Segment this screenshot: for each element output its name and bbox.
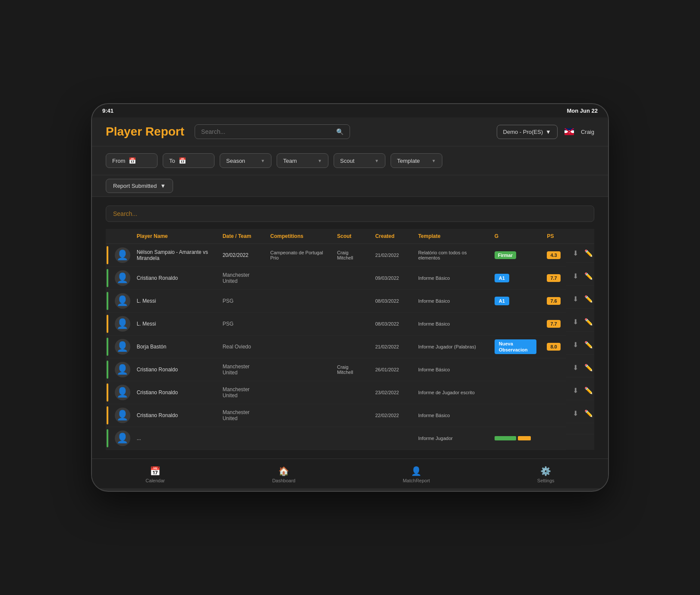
download-icon[interactable]: ⬇ bbox=[571, 362, 580, 373]
download-icon[interactable]: ⬇ bbox=[571, 385, 580, 396]
global-search-input[interactable] bbox=[201, 128, 333, 135]
avatar-cell: 👤 bbox=[110, 267, 132, 290]
col-ps-header: PS bbox=[542, 229, 565, 244]
template-cell: Relatório com todos os elementos bbox=[413, 244, 489, 267]
download-icon[interactable]: ⬇ bbox=[571, 247, 580, 259]
global-search[interactable]: 🔍 bbox=[195, 124, 350, 139]
nav-dashboard-label: Dashboard bbox=[272, 478, 296, 483]
table-row: 👤Cristiano RonaldoManchester United09/03… bbox=[106, 267, 594, 290]
ps-cell bbox=[542, 427, 565, 450]
competition-cell bbox=[265, 313, 332, 335]
row-indicator-cell bbox=[106, 313, 110, 335]
chevron-down-icon: ▼ bbox=[160, 183, 166, 189]
scout-cell bbox=[332, 427, 370, 450]
avatar-cell: 👤 bbox=[110, 244, 132, 267]
edit-icon[interactable]: ✏️ bbox=[583, 385, 595, 396]
user-icon: 👤 bbox=[411, 466, 422, 476]
ps-cell bbox=[542, 404, 565, 427]
g-badge: Nueva Observacion bbox=[495, 339, 537, 354]
ps-cell bbox=[542, 381, 565, 404]
team-filter[interactable]: Team ▼ bbox=[277, 153, 328, 168]
col-player-name-header: Player Name bbox=[132, 229, 218, 244]
report-submitted-label: Report Submitted bbox=[113, 183, 157, 189]
player-reports-table: Player Name Date / Team Competitions Sco… bbox=[106, 229, 594, 450]
g-badge-cell bbox=[489, 358, 542, 381]
row-indicator-cell bbox=[106, 427, 110, 450]
date-team-cell: Manchester United bbox=[218, 381, 265, 404]
date-team-cell: Manchester United bbox=[218, 267, 265, 290]
download-icon[interactable]: ⬇ bbox=[571, 270, 580, 282]
flag-icon bbox=[564, 128, 574, 135]
calendar-icon: 📅 bbox=[129, 157, 136, 164]
template-cell: Informe Básico bbox=[413, 313, 489, 335]
ps-badge: 7.7 bbox=[547, 320, 560, 328]
date-team-cell: Manchester United bbox=[218, 404, 265, 427]
table-row: 👤...Informe Jugador bbox=[106, 427, 594, 450]
demo-selector[interactable]: Demo - Pro(ES) ▼ bbox=[497, 125, 558, 139]
date-team-cell: 20/02/2022 bbox=[218, 244, 265, 267]
ps-badge: 7.6 bbox=[547, 297, 560, 305]
season-filter[interactable]: Season ▼ bbox=[220, 153, 271, 168]
season-label: Season bbox=[226, 158, 245, 164]
scout-cell: Craig Mitchell bbox=[332, 358, 370, 381]
avatar-cell: 👤 bbox=[110, 404, 132, 427]
created-cell: 08/03/2022 bbox=[370, 313, 413, 335]
col-actions-header bbox=[566, 229, 594, 244]
table-search-input[interactable] bbox=[113, 210, 587, 217]
to-label: To bbox=[169, 158, 175, 164]
scout-cell bbox=[332, 313, 370, 335]
download-icon[interactable]: ⬇ bbox=[571, 316, 580, 328]
avatar: 👤 bbox=[115, 385, 130, 400]
player-name-cell: Cristiano Ronaldo bbox=[132, 381, 218, 404]
avatar-cell: 👤 bbox=[110, 290, 132, 313]
col-competitions-header: Competitions bbox=[265, 229, 332, 244]
download-icon[interactable]: ⬇ bbox=[571, 293, 580, 305]
report-submitted-filter[interactable]: Report Submitted ▼ bbox=[106, 179, 173, 193]
avatar: 👤 bbox=[115, 247, 130, 263]
demo-label: Demo - Pro(ES) bbox=[503, 129, 543, 135]
edit-icon[interactable]: ✏️ bbox=[583, 247, 595, 259]
edit-icon[interactable]: ✏️ bbox=[583, 408, 595, 419]
chevron-down-icon: ▼ bbox=[261, 158, 265, 163]
avatar: 👤 bbox=[115, 270, 130, 286]
content-area: Player Name Date / Team Competitions Sco… bbox=[92, 197, 608, 459]
template-filter[interactable]: Template ▼ bbox=[391, 153, 442, 168]
from-filter[interactable]: From 📅 bbox=[106, 153, 158, 168]
download-icon[interactable]: ⬇ bbox=[571, 339, 580, 351]
ps-badge: 8.0 bbox=[547, 343, 560, 351]
created-cell: 21/02/2022 bbox=[370, 335, 413, 358]
edit-icon[interactable]: ✏️ bbox=[583, 293, 595, 305]
status-date: Mon Jun 22 bbox=[567, 108, 598, 114]
ps-badge: 7.7 bbox=[547, 274, 560, 282]
actions-cell: ⬇✏️ bbox=[566, 335, 594, 354]
edit-icon[interactable]: ✏️ bbox=[583, 316, 595, 328]
edit-icon[interactable]: ✏️ bbox=[583, 362, 595, 373]
avatar: 👤 bbox=[115, 430, 130, 446]
scout-filter[interactable]: Scout ▼ bbox=[334, 153, 385, 168]
page-title: Player Report bbox=[106, 125, 184, 139]
nav-item-dashboard[interactable]: 🏠 Dashboard bbox=[264, 464, 304, 485]
nav-item-matchreport[interactable]: 👤 MatchReport bbox=[394, 464, 438, 485]
edit-icon[interactable]: ✏️ bbox=[583, 270, 595, 282]
player-name-cell: L. Messi bbox=[132, 290, 218, 313]
download-icon[interactable]: ⬇ bbox=[571, 408, 580, 419]
competition-cell bbox=[265, 267, 332, 290]
report-submitted-area: Report Submitted ▼ bbox=[92, 175, 608, 197]
edit-icon[interactable]: ✏️ bbox=[583, 339, 595, 351]
nav-item-settings[interactable]: ⚙️ Settings bbox=[529, 464, 563, 485]
col-date-team-header[interactable]: Date / Team bbox=[218, 229, 265, 244]
col-g-header: G bbox=[489, 229, 542, 244]
to-filter[interactable]: To 📅 bbox=[163, 153, 214, 168]
header-right: Demo - Pro(ES) ▼ Craig bbox=[497, 125, 594, 139]
competition-cell bbox=[265, 404, 332, 427]
actions-cell: ⬇✏️ bbox=[566, 267, 594, 286]
ps-cell bbox=[542, 358, 565, 381]
player-name-cell: Nélson Sampaio - Amarante vs Mirandela bbox=[132, 244, 218, 267]
col-indicator-header bbox=[106, 229, 110, 244]
nav-item-calendar[interactable]: 📅 Calendar bbox=[137, 464, 173, 485]
competition-cell bbox=[265, 381, 332, 404]
home-icon: 🏠 bbox=[278, 466, 289, 476]
table-search-bar[interactable] bbox=[106, 206, 594, 222]
row-indicator-cell bbox=[106, 290, 110, 313]
chevron-down-icon: ▼ bbox=[375, 158, 379, 163]
